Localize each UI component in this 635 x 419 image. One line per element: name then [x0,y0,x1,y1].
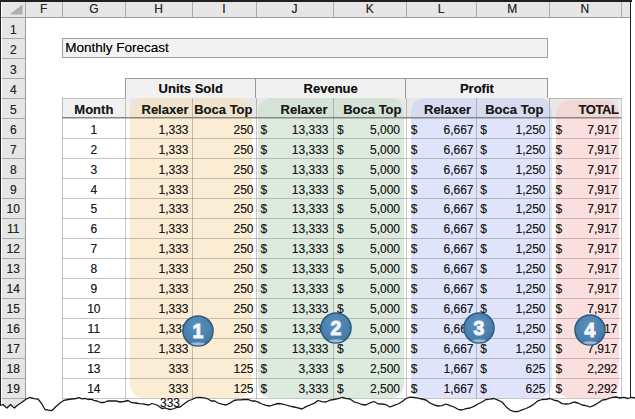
svg-text:1: 1 [193,319,204,341]
svg-text:3: 3 [474,317,485,339]
svg-text:4: 4 [585,319,596,341]
svg-text:2: 2 [331,317,342,339]
